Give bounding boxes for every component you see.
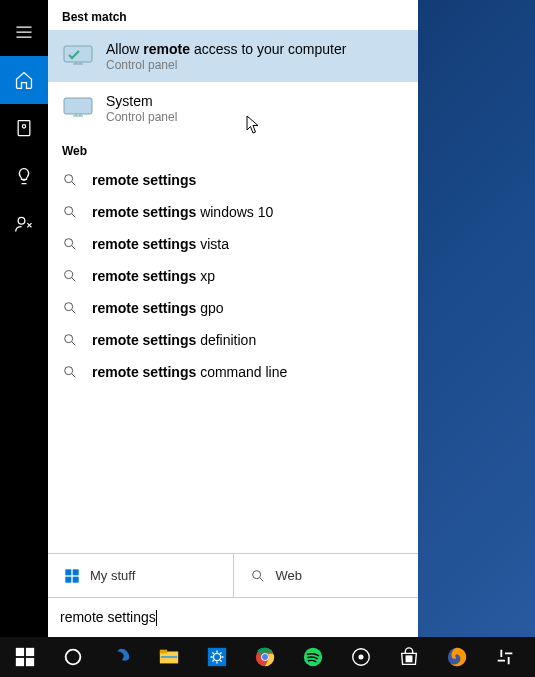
result-subtitle: Control panel (106, 58, 404, 72)
notebook-icon[interactable] (0, 104, 48, 152)
edge-button[interactable] (98, 637, 144, 677)
result-allow-remote[interactable]: Allow remote access to your computer Con… (48, 30, 418, 82)
settings-button[interactable] (194, 637, 240, 677)
taskbar (0, 637, 535, 677)
svg-point-11 (65, 367, 73, 375)
svg-point-32 (359, 655, 363, 659)
scope-web-label: Web (276, 568, 303, 583)
svg-rect-19 (16, 658, 24, 666)
svg-rect-12 (65, 569, 71, 575)
scope-mystuff[interactable]: My stuff (48, 554, 234, 597)
start-button[interactable] (2, 637, 48, 677)
spotify-button[interactable] (290, 637, 336, 677)
scope-web[interactable]: Web (234, 554, 419, 597)
section-best-match: Best match (48, 0, 418, 30)
svg-rect-3 (64, 46, 92, 62)
cortana-sidebar (0, 0, 48, 637)
scope-bar: My stuff Web (48, 553, 418, 597)
section-web: Web (48, 134, 418, 164)
svg-rect-18 (26, 648, 34, 656)
svg-point-5 (65, 175, 73, 183)
svg-rect-14 (65, 576, 71, 582)
search-input: remote settings (60, 609, 406, 626)
file-explorer-button[interactable] (146, 637, 192, 677)
web-suggestion[interactable]: remote settings gpo (48, 292, 418, 324)
svg-point-9 (65, 303, 73, 311)
svg-rect-13 (73, 569, 79, 575)
result-subtitle: Control panel (106, 110, 404, 124)
hamburger-icon[interactable] (0, 8, 48, 56)
feedback-icon[interactable] (0, 200, 48, 248)
monitor-icon (62, 96, 94, 120)
svg-point-8 (65, 271, 73, 279)
svg-point-1 (22, 125, 25, 128)
svg-point-6 (65, 207, 73, 215)
svg-rect-24 (161, 656, 178, 658)
store-button[interactable] (386, 637, 432, 677)
web-suggestion[interactable]: remote settings definition (48, 324, 418, 356)
svg-rect-17 (16, 648, 24, 656)
svg-rect-15 (73, 576, 79, 582)
svg-rect-35 (406, 659, 408, 661)
lightbulb-icon[interactable] (0, 152, 48, 200)
search-box[interactable]: remote settings (48, 597, 418, 637)
search-panel: Best match Allow remote access to your c… (48, 0, 418, 637)
svg-point-21 (66, 650, 81, 665)
svg-rect-36 (409, 659, 411, 661)
svg-rect-25 (208, 648, 226, 666)
media-button[interactable] (338, 637, 384, 677)
result-system[interactable]: System Control panel (48, 82, 418, 134)
svg-rect-23 (160, 650, 167, 654)
scope-mystuff-label: My stuff (90, 568, 135, 583)
web-suggestion[interactable]: remote settings xp (48, 260, 418, 292)
result-title: System (106, 92, 404, 110)
svg-rect-33 (406, 656, 408, 658)
monitor-icon (62, 44, 94, 68)
svg-rect-4 (64, 98, 92, 114)
svg-point-7 (65, 239, 73, 247)
cortana-button[interactable] (50, 637, 96, 677)
firefox-button[interactable] (434, 637, 480, 677)
web-suggestion[interactable]: remote settings (48, 164, 418, 196)
svg-point-2 (18, 217, 25, 224)
web-suggestion[interactable]: remote settings vista (48, 228, 418, 260)
home-icon[interactable] (0, 56, 48, 104)
slack-button[interactable] (482, 637, 528, 677)
chrome-button[interactable] (242, 637, 288, 677)
svg-point-29 (262, 654, 268, 660)
result-title: Allow remote access to your computer (106, 40, 404, 58)
svg-rect-34 (409, 656, 411, 658)
web-suggestion[interactable]: remote settings command line (48, 356, 418, 388)
web-suggestion[interactable]: remote settings windows 10 (48, 196, 418, 228)
svg-point-16 (252, 570, 260, 578)
svg-rect-20 (26, 658, 34, 666)
svg-point-10 (65, 335, 73, 343)
